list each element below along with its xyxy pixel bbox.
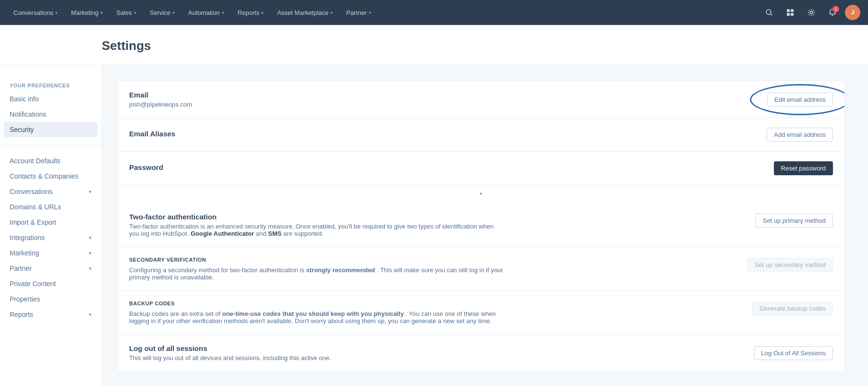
top-navigation: Conversations ▾ Marketing ▾ Sales ▾ Serv… [0,0,868,25]
svg-rect-5 [791,13,794,16]
logout-title: Log out of all sessions [129,344,743,352]
search-button[interactable] [760,4,778,21]
logout-action: Log Out of All Sessions [754,346,833,360]
email-title: Email [129,91,756,99]
logout-row: Log out of all sessions This will log yo… [118,335,844,371]
svg-line-1 [771,14,772,15]
sidebar-item-security[interactable]: Security [4,122,97,137]
edit-email-wrapper: Edit email address [767,93,833,107]
chevron-down-icon: ▾ [89,250,92,256]
sidebar-item-partner[interactable]: Partner ▾ [0,261,101,276]
nav-item-reports[interactable]: Reports ▾ [232,0,270,25]
secondary-verification-row: SECONDARY VERIFICATION Configuring a sec… [118,247,844,291]
sidebar-item-conversations[interactable]: Conversations ▾ [0,184,101,199]
tfa-description: Two-factor authentication is an enhanced… [129,223,504,237]
sidebar-item-properties[interactable]: Properties [0,291,101,307]
email-aliases-action: Add email address [767,128,833,142]
email-value: josh@pipelineops.com [129,101,756,108]
apps-button[interactable] [782,4,799,21]
page-wrapper: Settings Your preferences Basic info Not… [0,25,868,386]
nav-items-left: Conversations ▾ Marketing ▾ Sales ▾ Serv… [8,0,377,25]
tfa-action: Set up primary method [755,213,833,228]
nav-item-sales[interactable]: Sales ▾ [110,0,142,25]
password-info: Password [129,163,762,173]
reset-password-button[interactable]: Reset password [774,161,833,175]
secondary-verification-action: Set up secondary method [747,257,833,272]
svg-rect-2 [787,9,790,12]
backup-codes-info: BACKUP CODES Backup codes are an extra s… [129,301,504,325]
sidebar-item-integrations[interactable]: Integrations ▾ [0,230,101,245]
backup-codes-description: Backup codes are an extra set of one-tim… [129,310,504,325]
secondary-verification-info: SECONDARY VERIFICATION Configuring a sec… [129,257,504,281]
logout-description: This will log you out of all devices and… [129,354,743,362]
sidebar-item-marketing[interactable]: Marketing ▾ [0,245,101,261]
edit-email-button[interactable]: Edit email address [767,93,833,107]
main-content: Email josh@pipelineops.com Edit email ad… [102,65,868,386]
user-avatar[interactable]: J [845,5,860,20]
svg-rect-3 [791,9,794,12]
password-action: Reset password [774,161,833,175]
email-aliases-title: Email Aliases [129,130,755,138]
two-factor-auth-row: Two-factor authentication Two-factor aut… [118,203,844,247]
setup-secondary-method-button[interactable]: Set up secondary method [747,258,833,272]
sidebar: Your preferences Basic info Notification… [0,65,102,386]
nav-item-asset-marketplace[interactable]: Asset Marketplace ▾ [271,0,338,25]
sidebar-item-reports[interactable]: Reports ▾ [0,307,101,322]
generate-backup-codes-button[interactable]: Generate backup codes [752,302,833,315]
page-title: Settings [0,25,868,65]
chevron-down-icon: ▾ [89,189,92,195]
chevron-down-icon: ▾ [222,10,224,15]
email-row: Email josh@pipelineops.com Edit email ad… [118,81,844,118]
secondary-verification-description: Configuring a secondary method for two-f… [129,266,504,281]
backup-codes-row: BACKUP CODES Backup codes are an extra s… [118,291,844,335]
sidebar-item-basic-info[interactable]: Basic info [0,91,101,107]
nav-item-partner[interactable]: Partner ▾ [340,0,377,25]
setup-primary-method-button[interactable]: Set up primary method [755,214,833,228]
nav-icons-right: 1 J [760,4,860,21]
add-email-address-button[interactable]: Add email address [767,128,833,142]
sidebar-item-domains-urls[interactable]: Domains & URLs [0,199,101,215]
chevron-down-icon: ▾ [172,10,175,15]
sidebar-item-account-defaults[interactable]: Account Defaults [0,153,101,169]
email-action: Edit email address [767,93,833,107]
chevron-down-icon: ▾ [89,235,92,241]
chevron-down-icon: ▾ [134,10,136,15]
nav-item-service[interactable]: Service ▾ [144,0,181,25]
password-title: Password [129,163,762,171]
chevron-down-icon: ▾ [100,10,103,15]
chevron-down-icon: ▾ [89,312,92,318]
svg-point-6 [810,12,813,14]
nav-item-marketing[interactable]: Marketing ▾ [65,0,108,25]
sidebar-section-preferences: Your preferences [0,77,101,91]
sidebar-item-private-content[interactable]: Private Content [0,276,101,291]
notifications-button[interactable]: 1 [824,4,841,21]
sidebar-item-notifications[interactable]: Notifications [0,107,101,122]
tfa-title: Two-factor authentication [129,213,504,221]
sidebar-divider [0,145,101,145]
settings-layout: Your preferences Basic info Notification… [0,65,868,386]
chevron-down-icon: ▾ [55,10,58,15]
email-aliases-info: Email Aliases [129,130,755,140]
logout-all-sessions-button[interactable]: Log Out of All Sessions [754,346,833,360]
settings-card: Email josh@pipelineops.com Edit email ad… [117,81,845,372]
backup-codes-action: Generate backup codes [752,301,833,315]
nav-item-automation[interactable]: Automation ▾ [182,0,230,25]
notification-count: 1 [832,6,839,12]
tfa-info: Two-factor authentication Two-factor aut… [129,213,504,237]
chevron-down-icon: ▾ [369,10,371,15]
logout-info: Log out of all sessions This will log yo… [129,344,743,362]
svg-rect-4 [787,13,790,16]
secondary-verification-heading: SECONDARY VERIFICATION [129,257,504,263]
nav-item-conversations[interactable]: Conversations ▾ [8,0,63,25]
email-aliases-row: Email Aliases Add email address [118,118,844,152]
settings-button[interactable] [803,4,820,21]
email-info: Email josh@pipelineops.com [129,91,756,108]
chevron-down-icon: ▾ [89,265,92,272]
chevron-down-icon: ▾ [330,10,333,15]
chevron-down-icon: ▾ [261,10,264,15]
sidebar-item-import-export[interactable]: Import & Export [0,215,101,230]
backup-codes-heading: BACKUP CODES [129,301,504,306]
dot-separator: • [118,185,844,203]
password-row: Password Reset password [118,152,844,185]
sidebar-item-contacts-companies[interactable]: Contacts & Companies [0,169,101,184]
